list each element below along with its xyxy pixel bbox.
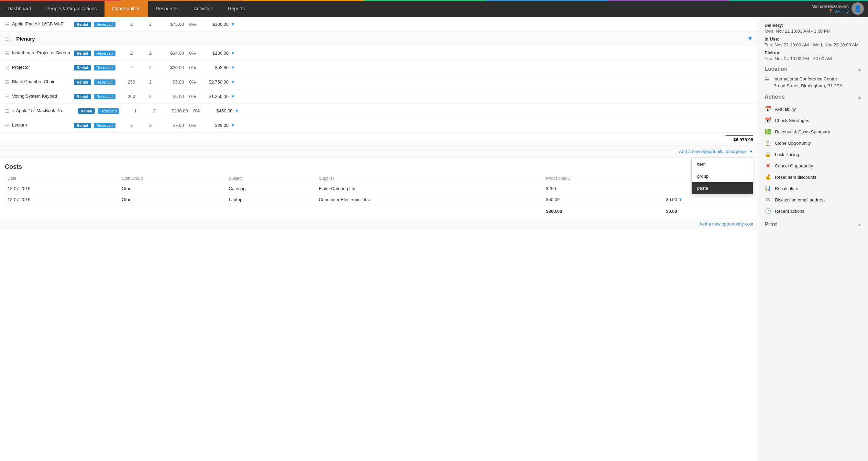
rental-badge: Rental [74,65,91,70]
add-cost-link[interactable]: Add a new opportunity cost [699,221,753,227]
pickup-label: Pickup: [765,50,862,55]
action-revenue-costs[interactable]: 💹 Revenue & Costs Summary [765,126,862,138]
costs-total-row: $300.00 $0.00 [5,205,753,217]
total-cell: $1,250.00 [201,94,229,99]
print-collapse-icon[interactable]: ▲ [857,222,862,227]
delivery-label: Delivery: [765,23,862,28]
lock-icon: 🔒 [765,151,771,157]
cost-row: 12-07-2016 Other Catering Flake Catering… [5,183,753,194]
table-row: ☰ Voting System Keypad Rental Reserved 2… [0,89,758,104]
discount-cell: 0% [184,51,201,56]
days-cell: 2 [141,79,160,85]
row-expand-icon[interactable]: ▼ [231,94,235,99]
qty-cell: 250 [122,79,141,85]
left-panel: ☰ Apple iPad Air 16GB Wi-Fi Rental Reser… [0,17,758,461]
drag-handle[interactable]: ☰ [5,51,9,56]
cancel-icon: ✖ [765,163,771,169]
drag-handle[interactable]: ☰ [5,94,9,99]
cost-provisional: $250 [543,183,663,194]
nav-opportunities[interactable]: Opportunities [105,0,148,17]
add-item-link[interactable]: Add a new opportunity item/group ▼ [679,149,753,154]
row-expand-icon[interactable]: ▼ [231,51,235,56]
table-row: ☰ Lecturn Rental Reserved 2 2 $7.00 0% $… [0,118,758,133]
section-collapse-icon[interactable]: ▼ [747,35,753,42]
price-cell: $20.00 [160,65,184,70]
drag-handle[interactable]: ☰ [5,123,9,128]
action-check-shortages[interactable]: 📅 Check Shortages [765,115,862,126]
nav-people-orgs[interactable]: People & Organizations [39,0,105,17]
drag-handle[interactable]: ☰ [5,79,9,85]
row-expand-icon[interactable]: ▼ [231,79,235,85]
action-label: Check Shortages [775,118,809,123]
user-location: 📍 iAV: HQ [812,9,849,14]
action-discussion-email[interactable]: ✉ Discussion email address [765,194,862,206]
user-avatar[interactable]: 👤 [851,2,864,15]
item-name: Lecturn [12,122,74,128]
nav-dashboard[interactable]: Dashboard [0,0,39,17]
location-text: International Conference Centre Broad St… [773,76,843,89]
calendar-icon: 📅 [765,106,771,112]
action-lock-pricing[interactable]: 🔒 Lock Pricing [765,149,862,160]
price-cell: $230.00 [164,108,188,113]
nav-activities[interactable]: Activities [186,0,220,17]
table-row: ☰ Projector Rental Reserved 2 2 $20.00 0… [0,61,758,75]
badges-group: Rental Reserved [74,123,122,128]
nav-resources[interactable]: Resources [148,0,186,17]
total-cell: $460.00 [205,108,233,113]
dropdown-item-paste[interactable]: paste [692,182,753,194]
location-collapse-icon[interactable]: ▲ [857,66,862,72]
drag-handle[interactable]: ☰ [5,108,9,114]
action-reset-discounts[interactable]: 💰 Reset item discounts [765,172,862,183]
drag-handle[interactable]: ☰ [5,36,9,42]
badges-group: Rental Reserved [74,94,122,99]
cost-subject: Laptop [226,194,316,205]
rental-badge: Rental [74,123,91,128]
action-availability[interactable]: 📅 Availability [765,103,862,115]
email-icon: ✉ [765,197,771,203]
clone-icon: 📋 [765,140,771,146]
schedule-section: Delivery: Mon, Nov 21 10:00 AM - 1:00 PM… [765,23,862,61]
badges-group: Rental Reserved [74,22,122,27]
action-cancel[interactable]: ✖ Cancel Opportunity [765,160,862,172]
reserved-badge: Reserved [94,65,116,70]
dropdown-item-item[interactable]: item [692,158,753,170]
rental-badge: Rental [74,51,91,56]
actions-title: Actions [765,94,785,100]
drag-handle[interactable]: ☰ [5,65,9,70]
badges-group: Rental Reserved [78,108,126,114]
pickup-time: Thu, Nov 24 10:00 AM - 10:00 AM [765,56,862,61]
nav-reports[interactable]: Reports [220,0,252,17]
row-expand-icon[interactable]: ▼ [231,123,235,128]
price-cell: $5.00 [160,94,184,99]
badges-group: Rental Reserved [74,79,122,85]
dropdown-arrow-icon: ▼ [749,149,753,154]
total-cell: $300.00 [201,22,229,27]
days-cell: 2 [141,94,160,99]
recalc-icon: 📊 [765,185,771,191]
days-cell: 2 [141,123,160,128]
action-recalculate[interactable]: 📊 Recalculate [765,183,862,194]
cost-expand-icon[interactable]: ▼ [678,197,683,202]
qty-cell: 2 [122,123,141,128]
action-clone[interactable]: 📋 Clone Opportunity [765,138,862,149]
location-title: Location [765,66,788,72]
add-item-dropdown: item group paste [691,158,753,195]
drag-handle[interactable]: ☰ [5,22,9,27]
row-expand-icon[interactable]: ▼ [231,22,235,27]
action-label: Recent actions [775,209,804,214]
clock-icon: 🕐 [765,208,771,214]
delivery-time: Mon, Nov 21 10:00 AM - 1:00 PM [765,29,862,34]
row-expand-icon[interactable]: ▼ [235,108,239,113]
qty-cell: 2 [122,65,141,70]
actions-collapse-icon[interactable]: ▲ [857,94,862,100]
item-name: Black Chambre Chair [12,79,74,85]
action-label: Revenue & Costs Summary [775,129,830,134]
row-expand-icon[interactable]: ▼ [231,65,235,70]
cost-date: 12-07-2016 [5,183,119,194]
action-recent-actions[interactable]: 🕐 Recent actions [765,206,862,217]
price-cell: $5.00 [160,79,184,85]
cost-date: 12-07-2016 [5,194,119,205]
dropdown-item-group[interactable]: group [692,170,753,182]
cost-actual: $0.00 ▼ [663,194,753,205]
rental-badge: Rental [78,108,95,114]
